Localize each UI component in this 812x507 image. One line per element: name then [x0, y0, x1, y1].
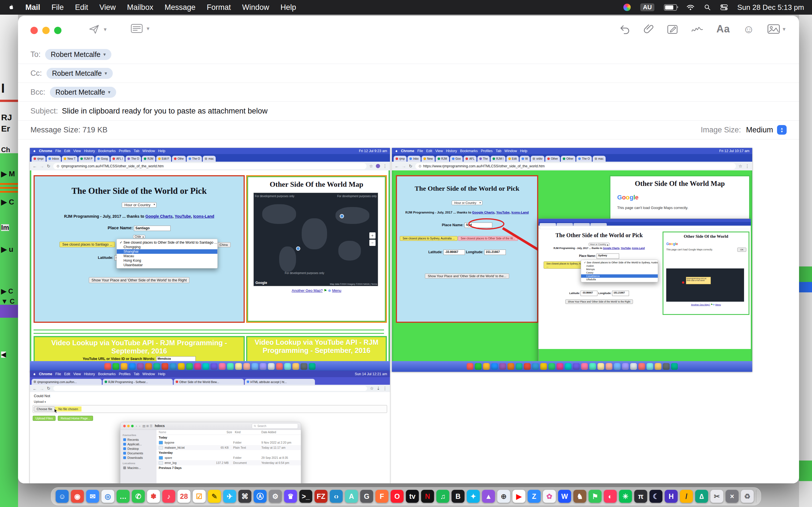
dock-app-icon[interactable]: ◎: [101, 490, 114, 503]
dock-app-icon[interactable]: ×: [726, 490, 739, 503]
undo-icon[interactable]: [619, 24, 631, 34]
dock-app-icon[interactable]: ✿: [543, 490, 556, 503]
dock-app-icon[interactable]: ✆: [132, 490, 145, 503]
dock-app-icon[interactable]: ⌘: [239, 490, 252, 503]
finder-sidebar-item: Macinto...: [123, 466, 154, 470]
dock-app-icon[interactable]: ♪: [162, 490, 175, 503]
dock-app-icon[interactable]: ✈: [223, 490, 236, 503]
dock-app-icon[interactable]: F: [375, 490, 389, 503]
dock-app-icon[interactable]: ▶: [513, 490, 525, 503]
dock-app-icon[interactable]: ♞: [573, 490, 587, 503]
menu-item[interactable]: Message: [165, 3, 196, 12]
dock-app-icon[interactable]: G: [360, 490, 373, 503]
dock-app-icon[interactable]: >_: [299, 490, 312, 503]
control-center-icon[interactable]: [720, 4, 728, 11]
dock-app-icon[interactable]: ⚑: [589, 490, 602, 503]
send-button[interactable]: ▾: [89, 24, 107, 35]
message-body-editor[interactable]: Chrome FileEditViewHistoryBookmarksProfi…: [18, 139, 799, 483]
token-chevron-icon[interactable]: ▾: [105, 70, 107, 76]
photo-browser-button[interactable]: ▾: [767, 24, 785, 34]
bcc-field-row[interactable]: Bcc: Robert Metcalfe ▾: [18, 83, 799, 102]
dock-app-icon[interactable]: ♛: [284, 490, 297, 503]
dock-app-icon[interactable]: ☾: [650, 490, 663, 503]
dock-app-icon[interactable]: H: [665, 490, 678, 503]
format-button[interactable]: Aa: [716, 23, 730, 35]
dock-app-icon[interactable]: ✽: [147, 490, 160, 503]
dock-app-icon[interactable]: O: [391, 490, 404, 503]
signature-icon[interactable]: [691, 24, 703, 34]
dock-app-icon[interactable]: Ⓐ: [254, 490, 267, 503]
dock-app-icon[interactable]: …: [117, 490, 130, 503]
to-field-row[interactable]: To: Robert Metcalfe ▾: [18, 45, 799, 64]
dock-app-icon[interactable]: ‹›: [330, 490, 343, 503]
menu-item[interactable]: Edit: [75, 3, 88, 12]
embedded-dock-icon: [671, 363, 678, 370]
dock-app-icon[interactable]: tv: [406, 490, 419, 503]
dock-app-icon[interactable]: ⚙: [269, 490, 282, 503]
menu-item[interactable]: View: [100, 3, 116, 12]
attachment-image-2[interactable]: Chrome FileEditViewHistoryBookmarksProfi…: [392, 148, 752, 372]
dock-app-icon[interactable]: ▲: [482, 490, 495, 503]
attachment-image-3[interactable]: Chrome FileEditViewHistoryBookmarksProfi…: [30, 371, 390, 483]
longitude-input: 151.21667: [485, 249, 506, 255]
menu-app-name[interactable]: Mail: [26, 3, 40, 12]
spotlight-search-icon[interactable]: [704, 4, 711, 11]
dock-app-icon[interactable]: ◉: [71, 490, 84, 503]
wifi-icon[interactable]: [687, 4, 695, 10]
emoji-icon[interactable]: ☺: [743, 23, 755, 35]
dock-app-icon[interactable]: ✂: [711, 490, 723, 503]
to-recipient-token[interactable]: Robert Metcalfe ▾: [45, 49, 111, 60]
dock-app-icon[interactable]: ✎: [208, 490, 221, 503]
attachment-image-1[interactable]: Chrome FileEditViewHistoryBookmarksProfi…: [30, 148, 390, 372]
dock-app-icon[interactable]: ♫: [437, 490, 449, 503]
menu-item[interactable]: Mailbox: [127, 3, 153, 12]
header-fields-chevron-icon[interactable]: ▾: [147, 25, 149, 32]
bcc-recipient-token[interactable]: Robert Metcalfe ▾: [50, 87, 116, 98]
dock-app-icon[interactable]: A: [345, 490, 358, 503]
dock-app-icon[interactable]: π: [635, 490, 647, 503]
subject-input[interactable]: Slide in clipboard ready for you to past…: [62, 107, 267, 115]
menu-item[interactable]: Format: [207, 3, 231, 12]
dock-app-icon[interactable]: ⊕: [497, 490, 510, 503]
token-chevron-icon[interactable]: ▾: [108, 89, 110, 95]
markup-icon[interactable]: [667, 24, 678, 34]
favicon-dot: [438, 158, 440, 160]
menu-clock[interactable]: Sun 28 Dec 5:13 pm: [737, 3, 804, 12]
battery-icon[interactable]: [664, 4, 677, 11]
menu-item[interactable]: Help: [281, 3, 296, 12]
app-status-icon[interactable]: [623, 4, 631, 11]
menu-item[interactable]: File: [52, 3, 64, 12]
token-chevron-icon[interactable]: ▾: [103, 52, 106, 57]
header-fields-button[interactable]: ▾: [131, 24, 149, 33]
cc-field-row[interactable]: Cc: Robert Metcalfe ▾: [18, 64, 799, 83]
dock-app-icon[interactable]: B: [452, 490, 465, 503]
dock-app-icon[interactable]: ☑: [193, 490, 206, 503]
dock-app-icon[interactable]: ◐: [604, 490, 617, 503]
menu-item[interactable]: Window: [242, 3, 269, 12]
dock-app-icon[interactable]: FZ: [315, 490, 327, 503]
dock-app-icon[interactable]: 28: [177, 490, 191, 503]
dock-app-icon[interactable]: ✉: [86, 490, 99, 503]
minimize-button[interactable]: [42, 27, 50, 34]
dock-app-icon[interactable]: /: [680, 490, 693, 503]
send-options-chevron-icon[interactable]: ▾: [104, 26, 107, 33]
dock-app-icon[interactable]: ✦: [467, 490, 480, 503]
subject-field-row[interactable]: Subject: Slide in clipboard ready for yo…: [18, 102, 799, 121]
dock-app-icon[interactable]: ∆: [695, 490, 708, 503]
zoom-button[interactable]: [54, 27, 61, 34]
apple-menu-icon[interactable]: [8, 4, 14, 11]
cc-recipient-token[interactable]: Robert Metcalfe ▾: [47, 68, 113, 79]
input-source-badge[interactable]: AU: [640, 3, 654, 11]
dock-app-icon[interactable]: Z: [528, 490, 541, 503]
dock-app-icon[interactable]: ♻: [741, 490, 754, 503]
dock-app-icon[interactable]: N: [421, 490, 434, 503]
dock-app-icon[interactable]: ✳: [619, 490, 632, 503]
embedded-menu-item: History: [84, 372, 95, 376]
dock-app-icon[interactable]: ☺: [56, 490, 69, 503]
image-size-value[interactable]: Medium: [746, 126, 773, 134]
attach-icon[interactable]: [644, 23, 654, 35]
embedded-tab: RJM Programming - Softwar...: [103, 379, 173, 385]
image-size-popup-button[interactable]: ▴▾: [777, 125, 786, 135]
dock-app-icon[interactable]: W: [558, 490, 571, 503]
close-button[interactable]: [31, 27, 38, 34]
